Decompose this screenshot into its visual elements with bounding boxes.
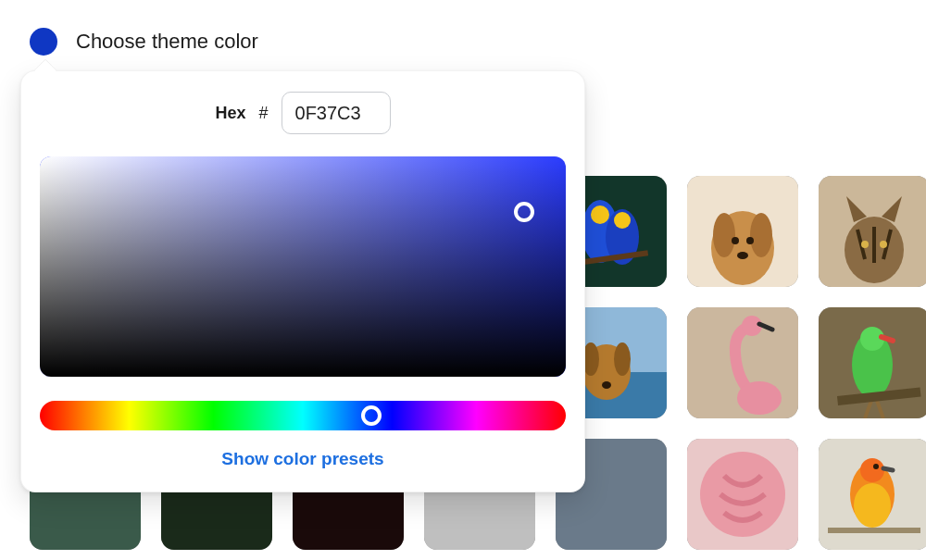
thumbnail-tile[interactable] [687,439,798,550]
thumbnail-tile[interactable] [819,439,926,550]
show-presets-button[interactable]: Show color presets [40,449,566,469]
hex-input[interactable] [282,92,391,134]
svg-point-73 [860,458,884,482]
thumbnail-tile[interactable] [687,176,798,287]
svg-point-69 [700,452,785,537]
color-picker-popover: Hex # Show color presets [20,70,585,492]
svg-point-33 [880,241,887,248]
thumbnail-tile[interactable] [687,307,798,418]
svg-point-19 [614,212,631,229]
page-title: Choose theme color [76,30,258,54]
svg-point-55 [602,381,611,389]
svg-point-24 [750,213,772,257]
svg-point-72 [854,483,891,528]
sb-cursor[interactable] [514,202,534,222]
hue-cursor[interactable] [361,405,382,426]
sb-black-layer [40,156,566,377]
svg-point-32 [861,241,869,248]
hue-slider[interactable] [40,401,566,430]
thumbnail-tile[interactable] [819,307,926,418]
svg-point-26 [746,237,754,244]
svg-point-27 [737,252,748,259]
header: Choose theme color [0,0,926,56]
current-color-swatch[interactable] [30,28,57,56]
hash-symbol: # [259,104,269,123]
svg-rect-75 [828,528,920,533]
thumbnail-tile[interactable] [819,176,926,287]
svg-point-58 [737,381,782,415]
svg-point-23 [713,213,735,257]
svg-point-54 [614,342,631,376]
hex-label: Hex [215,104,245,123]
svg-point-25 [732,237,739,244]
saturation-brightness-area[interactable] [40,156,566,377]
svg-point-74 [873,464,879,469]
hex-input-row: Hex # [40,92,566,134]
svg-point-18 [591,205,609,224]
